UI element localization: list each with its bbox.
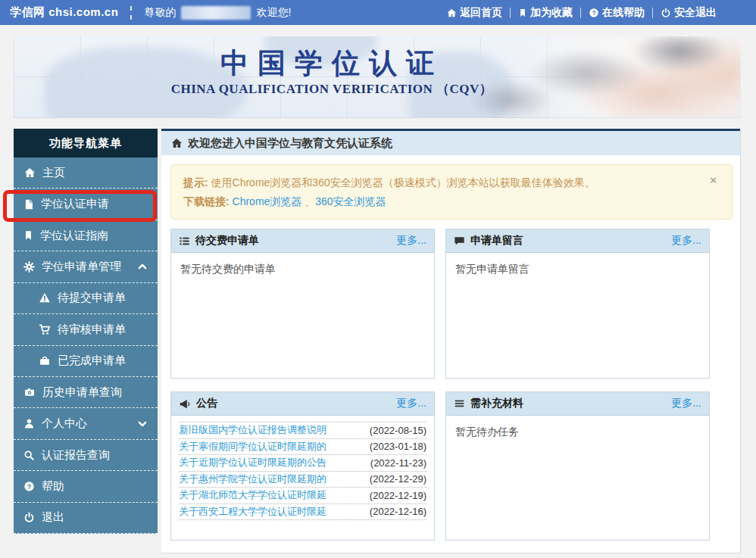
add-favorite-label: 加为收藏 — [530, 6, 573, 20]
banner-text: 中国学位认证 CHINA QUALIFICATION VERIFICATION … — [14, 47, 650, 98]
announcement-link[interactable]: 关于西安工程大学学位认证时限延 — [179, 505, 326, 519]
sidebar-item-label: 已完成申请单 — [58, 354, 126, 368]
megaphone-icon — [179, 398, 191, 410]
sidebar-item-pending-review[interactable]: 待审核申请单 — [14, 314, 158, 345]
announcement-date: (2022-12-16) — [370, 506, 426, 517]
sidebar-item-help[interactable]: ? 帮助 — [14, 471, 158, 502]
banner-title: 中国学位认证 — [14, 47, 650, 80]
sidebar-item-label: 个人中心 — [42, 416, 87, 431]
sidebar-item-label: 待提交申请单 — [58, 291, 126, 305]
chevron-down-icon — [137, 419, 148, 429]
announcement-list: 新旧版国内学位认证报告调整说明 (2022-08-15) 关于寒假期间学位认证时… — [179, 422, 426, 520]
svg-text:?: ? — [592, 9, 595, 16]
gear-icon — [23, 261, 35, 273]
alert-line-2: 下载链接: Chrome浏览器 、360安全浏览器 — [183, 192, 701, 211]
announcement-row: 关于近期学位认证时限延期的公告 (2022-11-23) — [179, 455, 426, 472]
announcement-date: (2022-12-19) — [370, 490, 426, 501]
power-icon — [661, 8, 671, 18]
panel-empty-text: 暂无待交费的申请单 — [171, 253, 434, 286]
sidebar-item-application-management[interactable]: 学位申请单管理 — [14, 251, 158, 282]
online-help-link[interactable]: ? 在线帮助 — [589, 6, 645, 20]
announcement-row: 关于湖北师范大学学位认证时限延 (2022-12-19) — [179, 488, 426, 504]
safe-logout-link[interactable]: 安全退出 — [661, 6, 717, 20]
announcement-link[interactable]: 关于近期学位认证时限延期的公告 — [179, 456, 326, 469]
announcement-row: 关于惠州学院学位认证时限延期的 (2022-12-29) — [179, 472, 426, 488]
sidebar-item-label: 退出 — [42, 510, 64, 525]
back-to-home-label: 返回首页 — [460, 6, 502, 20]
announcement-date: (2022-08-15) — [370, 425, 426, 436]
user-icon — [23, 418, 35, 429]
svg-text:?: ? — [27, 483, 31, 491]
download-label: 下载链接: — [183, 195, 230, 207]
back-to-home-link[interactable]: 返回首页 — [446, 6, 502, 20]
announcement-link[interactable]: 关于湖北师范大学学位认证时限延 — [179, 488, 326, 502]
greeting-prefix: 尊敬的 — [144, 6, 176, 20]
help-icon: ? — [589, 8, 599, 18]
announcement-date: (2023-01-18) — [370, 441, 426, 452]
sidebar-item-pending-submit[interactable]: 待提交申请单 — [14, 283, 158, 314]
user-greeting: 尊敬的 欢迎您! — [144, 6, 291, 20]
topbar-left: 学信网 chsi.com.cn 尊敬的 欢迎您! — [10, 5, 291, 20]
greeting-suffix: 欢迎您! — [256, 6, 291, 20]
home-icon — [446, 8, 457, 18]
close-icon[interactable]: × — [710, 174, 717, 185]
topbar-divider — [580, 8, 581, 18]
announcement-row: 关于寒假期间学位认证时限延期的 (2023-01-18) — [179, 439, 426, 456]
more-link[interactable]: 更多... — [671, 234, 701, 248]
more-link[interactable]: 更多... — [396, 234, 426, 248]
browser360-download-link[interactable]: 360安全浏览器 — [315, 195, 386, 207]
sidebar-header: 功能导航菜单 — [14, 129, 158, 157]
redacted-username — [181, 6, 251, 20]
home-icon — [23, 167, 36, 179]
panel-messages: 申请单留言 更多... 暂无申请单留言 — [445, 229, 710, 379]
sidebar-item-degree-guide[interactable]: 学位认证指南 — [14, 220, 158, 251]
panel-header: 待交费申请单 更多... — [171, 229, 434, 253]
site-banner: 中国学位认证 CHINA QUALIFICATION VERIFICATION … — [14, 36, 741, 118]
bookmark-icon — [518, 8, 527, 18]
sidebar-item-label: 帮助 — [42, 479, 64, 494]
sidebar-item-degree-application[interactable]: 学位认证申请 — [14, 189, 158, 220]
sidebar-item-label: 学位申请单管理 — [42, 260, 121, 274]
panel-header: 公告 更多... — [171, 392, 434, 416]
home-icon — [170, 137, 183, 149]
panel-pending-payment: 待交费申请单 更多... 暂无待交费的申请单 — [170, 229, 435, 379]
announcement-link[interactable]: 新旧版国内学位认证报告调整说明 — [179, 423, 326, 437]
safe-logout-label: 安全退出 — [674, 6, 717, 20]
sidebar-item-home[interactable]: 主页 — [14, 157, 158, 189]
online-help-label: 在线帮助 — [602, 6, 645, 20]
panel-title: 需补充材料 — [470, 397, 666, 410]
sidebar-item-report-query[interactable]: 认证报告查询 — [14, 440, 158, 471]
announcement-link[interactable]: 关于惠州学院学位认证时限延期的 — [179, 472, 326, 486]
align-icon — [454, 398, 465, 409]
briefcase-icon — [39, 355, 51, 366]
sidebar-item-history-query[interactable]: 历史申请单查询 — [14, 377, 158, 408]
chevron-up-icon — [137, 261, 148, 272]
sidebar-item-logout[interactable]: 退出 — [14, 503, 158, 534]
alert-line-1: 提示: 使用Chrome浏览器和360安全浏览器（极速模式）浏览本站以获取最佳体… — [183, 173, 701, 192]
sidebar-nav: 功能导航菜单 主页 学位认证申请 学位认证指南 学位申请单管理 待提交申请单 待… — [14, 129, 158, 534]
panel-header: 申请单留言 更多... — [446, 229, 709, 253]
topbar-links: 返回首页 加为收藏 ? 在线帮助 安全退出 — [446, 6, 756, 20]
announcement-link[interactable]: 关于寒假期间学位认证时限延期的 — [179, 440, 326, 454]
list-icon — [179, 235, 190, 247]
panel-title: 公告 — [196, 397, 391, 410]
more-link[interactable]: 更多... — [396, 397, 426, 410]
announcement-date: (2022-12-29) — [370, 473, 426, 485]
more-link[interactable]: 更多... — [671, 397, 701, 410]
chrome-download-link[interactable]: Chrome浏览器 — [233, 195, 302, 207]
sidebar-item-completed[interactable]: 已完成申请单 — [14, 346, 158, 377]
panel-empty-text: 暂无申请单留言 — [446, 253, 709, 286]
brand-divider — [130, 6, 132, 20]
search-icon — [23, 450, 35, 461]
site-brand[interactable]: 学信网 chsi.com.cn — [10, 5, 118, 20]
browser-tip-alert: 提示: 使用Chrome浏览器和360安全浏览器（极速模式）浏览本站以获取最佳体… — [170, 164, 733, 220]
sidebar-item-personal-center[interactable]: 个人中心 — [14, 408, 158, 439]
cart-icon — [39, 323, 51, 335]
add-favorite-link[interactable]: 加为收藏 — [518, 6, 573, 20]
topbar-divider — [652, 8, 653, 18]
main-content: 欢迎您进入中国学位与教育文凭认证系统 提示: 使用Chrome浏览器和360安全… — [161, 129, 741, 553]
welcome-bar: 欢迎您进入中国学位与教育文凭认证系统 — [161, 129, 740, 155]
tip-label: 提示: — [183, 176, 208, 189]
document-icon — [23, 198, 34, 210]
sidebar-item-label: 主页 — [42, 166, 65, 180]
